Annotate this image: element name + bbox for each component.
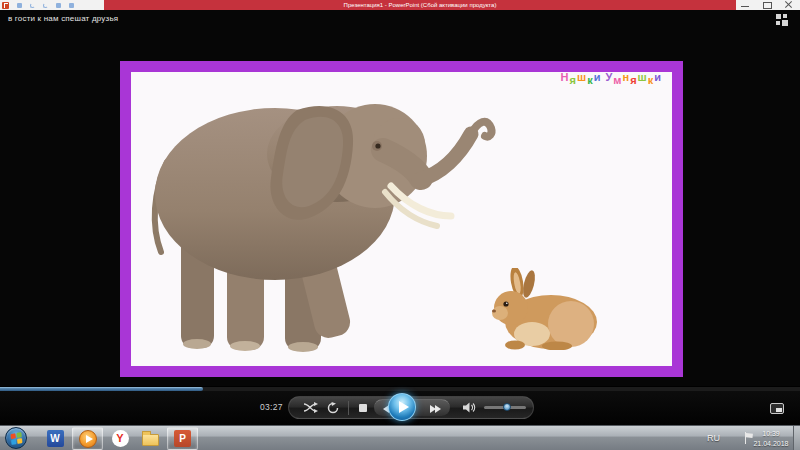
save-icon[interactable] — [17, 3, 22, 8]
restore-icon[interactable] — [757, 0, 778, 10]
start-button[interactable] — [5, 427, 27, 449]
close-icon[interactable] — [779, 0, 800, 10]
tray-clock[interactable]: 10:39 21.04.2018 — [748, 429, 794, 448]
slide-logo: Няшки Умняшки — [561, 72, 662, 84]
taskbar-item-word[interactable]: W — [42, 427, 68, 450]
media-player-icon — [79, 430, 97, 448]
presentation-slide: Няшки Умняшки — [120, 61, 683, 377]
slideshow-icon[interactable] — [56, 3, 61, 8]
rabbit-image — [487, 268, 599, 350]
play-button[interactable] — [388, 393, 416, 421]
taskbar-item-yandex-browser[interactable]: Y — [107, 427, 133, 450]
powerpoint-window-title: Презентация1 - PowerPoint (Сбой активаци… — [104, 0, 736, 10]
folder-icon — [142, 434, 159, 446]
taskbar-item-file-explorer[interactable] — [137, 427, 163, 450]
tray-date: 21.04.2018 — [748, 439, 794, 449]
fast-forward-button[interactable] — [431, 405, 441, 413]
undo-icon[interactable] — [30, 3, 35, 8]
powerpoint-window-titlebar: Презентация1 - PowerPoint (Сбой активаци… — [0, 0, 800, 10]
tray-time: 10:39 — [748, 429, 794, 439]
media-title: в гости к нам спешат друзья — [8, 14, 118, 23]
switch-views-grid-icon[interactable] — [776, 14, 788, 26]
controls-pill — [288, 396, 534, 419]
yandex-browser-icon: Y — [112, 430, 129, 447]
show-desktop-button[interactable] — [793, 426, 800, 450]
taskbar: W Y P RU 10:39 21.04.2018 — [0, 425, 800, 450]
elephant-image — [147, 94, 499, 356]
stop-button[interactable] — [359, 404, 367, 412]
word-icon: W — [47, 430, 64, 447]
language-indicator[interactable]: RU — [707, 433, 720, 443]
powerpoint-icon: P — [174, 430, 191, 447]
shuffle-icon[interactable] — [303, 402, 318, 413]
play-icon — [399, 401, 409, 413]
customize-qat-icon[interactable] — [69, 3, 74, 8]
media-player-window: в гости к нам спешат друзья Няшки Умняшк… — [0, 10, 800, 425]
powerpoint-logo-icon — [2, 2, 9, 9]
repeat-icon[interactable] — [327, 402, 339, 414]
volume-slider[interactable] — [484, 406, 526, 409]
elapsed-time: 03:27 — [260, 402, 283, 412]
minimize-icon[interactable] — [736, 0, 757, 10]
window-controls — [736, 0, 800, 10]
controls-divider — [348, 401, 349, 415]
redo-icon[interactable] — [43, 3, 48, 8]
full-screen-toggle-icon[interactable] — [770, 403, 784, 414]
windows-flag-icon — [10, 432, 23, 446]
volume-thumb[interactable] — [503, 403, 511, 411]
player-titlebar: в гости к нам спешат друзья — [0, 10, 800, 28]
playback-controls: 03:27 — [0, 391, 800, 425]
taskbar-item-powerpoint[interactable]: P — [167, 427, 198, 450]
quick-access-toolbar — [0, 0, 104, 10]
volume-icon[interactable] — [463, 402, 476, 413]
taskbar-item-media-player[interactable] — [72, 427, 103, 450]
